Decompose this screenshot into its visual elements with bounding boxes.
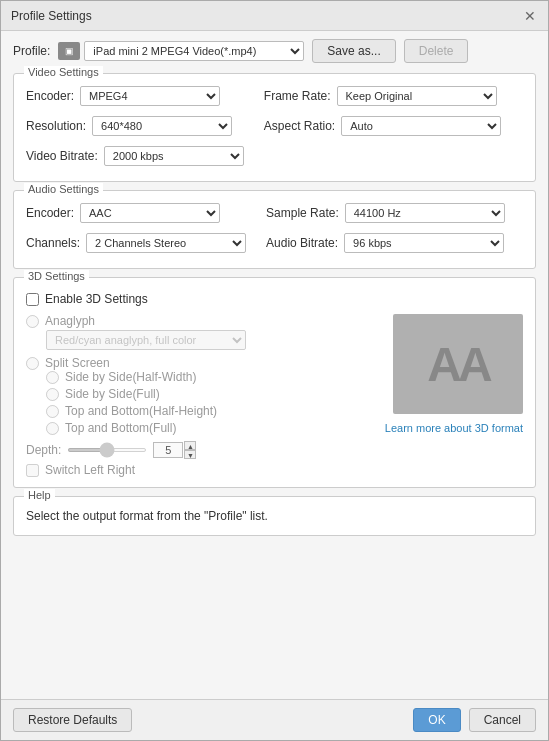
- depth-spinner: ▲ ▼: [184, 441, 196, 459]
- split-screen-radio[interactable]: [26, 357, 39, 370]
- video-settings-section: Video Settings Encoder: MPEG4 Resolution…: [13, 73, 536, 182]
- frame-rate-dropdown[interactable]: Keep Original: [337, 86, 497, 106]
- resolution-row: Resolution: 640*480: [26, 116, 244, 136]
- top-half-label: Top and Bottom(Half-Height): [65, 404, 217, 418]
- audio-bitrate-dropdown[interactable]: 96 kbps: [344, 233, 504, 253]
- audio-settings-title: Audio Settings: [24, 183, 103, 195]
- depth-row: Depth: ▲ ▼: [26, 441, 373, 459]
- dialog: Profile Settings ✕ Profile: ▣ iPad mini …: [0, 0, 549, 741]
- aspect-ratio-row: Aspect Ratio: Auto: [264, 116, 501, 136]
- top-full-radio[interactable]: [46, 422, 59, 435]
- learn-more-link[interactable]: Learn more about 3D format: [385, 422, 523, 434]
- frame-rate-row: Frame Rate: Keep Original: [264, 86, 501, 106]
- three-d-left: Anaglyph Red/cyan anaglyph, full color S…: [26, 314, 373, 477]
- close-button[interactable]: ✕: [522, 8, 538, 24]
- switch-left-right-row: Switch Left Right: [26, 463, 373, 477]
- profile-dropdown[interactable]: iPad mini 2 MPEG4 Video(*.mp4): [84, 41, 304, 61]
- audio-settings-section: Audio Settings Encoder: AAC Channels:: [13, 190, 536, 269]
- video-bitrate-label: Video Bitrate:: [26, 149, 98, 163]
- enable-3d-label[interactable]: Enable 3D Settings: [45, 292, 148, 306]
- ok-button[interactable]: OK: [413, 708, 460, 732]
- audio-bitrate-label: Audio Bitrate:: [266, 236, 338, 250]
- video-right-col: Frame Rate: Keep Original Aspect Ratio: …: [264, 86, 501, 171]
- audio-bitrate-row: Audio Bitrate: 96 kbps: [266, 233, 505, 253]
- resolution-label: Resolution:: [26, 119, 86, 133]
- profile-icon: ▣: [58, 42, 80, 60]
- split-screen-label: Split Screen: [45, 356, 110, 370]
- depth-slider[interactable]: [67, 448, 147, 452]
- side-half-radio[interactable]: [46, 371, 59, 384]
- video-settings-body: Encoder: MPEG4 Resolution: 640*480: [26, 86, 523, 171]
- video-bitrate-dropdown[interactable]: 2000 kbps: [104, 146, 244, 166]
- channels-dropdown[interactable]: 2 Channels Stereo: [86, 233, 246, 253]
- side-full-label: Side by Side(Full): [65, 387, 160, 401]
- help-body: Select the output format from the "Profi…: [14, 501, 535, 535]
- audio-encoder-label: Encoder:: [26, 206, 74, 220]
- title-bar: Profile Settings ✕: [1, 1, 548, 31]
- preview-text: AA: [427, 337, 488, 392]
- audio-settings-body: Encoder: AAC Channels: 2 Channels Stereo: [26, 203, 523, 258]
- anaglyph-select-wrap: Red/cyan anaglyph, full color: [46, 330, 373, 350]
- anaglyph-radio[interactable]: [26, 315, 39, 328]
- video-two-col: Encoder: MPEG4 Resolution: 640*480: [26, 86, 523, 171]
- audio-right-col: Sample Rate: 44100 Hz Audio Bitrate: 96 …: [266, 203, 505, 258]
- audio-two-col: Encoder: AAC Channels: 2 Channels Stereo: [26, 203, 523, 258]
- encoder-dropdown[interactable]: MPEG4: [80, 86, 220, 106]
- aspect-ratio-dropdown[interactable]: Auto: [341, 116, 501, 136]
- help-section: Help Select the output format from the "…: [13, 496, 536, 536]
- profile-row: Profile: ▣ iPad mini 2 MPEG4 Video(*.mp4…: [13, 39, 536, 63]
- footer-right: OK Cancel: [413, 708, 536, 732]
- enable-3d-checkbox[interactable]: [26, 293, 39, 306]
- audio-left-col: Encoder: AAC Channels: 2 Channels Stereo: [26, 203, 246, 258]
- depth-label: Depth:: [26, 443, 61, 457]
- anaglyph-label: Anaglyph: [45, 314, 95, 328]
- profile-label: Profile:: [13, 44, 50, 58]
- three-d-section: 3D Settings Enable 3D Settings Anaglyph: [13, 277, 536, 488]
- audio-encoder-row: Encoder: AAC: [26, 203, 246, 223]
- depth-number-wrap: ▲ ▼: [153, 441, 196, 459]
- video-settings-title: Video Settings: [24, 66, 103, 78]
- encoder-label: Encoder:: [26, 89, 74, 103]
- channels-row: Channels: 2 Channels Stereo: [26, 233, 246, 253]
- video-bitrate-row: Video Bitrate: 2000 kbps: [26, 146, 244, 166]
- three-d-content: Anaglyph Red/cyan anaglyph, full color S…: [26, 314, 523, 477]
- sample-rate-dropdown[interactable]: 44100 Hz: [345, 203, 505, 223]
- profile-select-wrap: ▣ iPad mini 2 MPEG4 Video(*.mp4): [58, 41, 304, 61]
- aspect-ratio-label: Aspect Ratio:: [264, 119, 335, 133]
- side-full-row: Side by Side(Full): [46, 387, 373, 401]
- resolution-dropdown[interactable]: 640*480: [92, 116, 232, 136]
- dialog-title: Profile Settings: [11, 9, 92, 23]
- frame-rate-label: Frame Rate:: [264, 89, 331, 103]
- main-content: Profile: ▣ iPad mini 2 MPEG4 Video(*.mp4…: [1, 31, 548, 699]
- restore-defaults-button[interactable]: Restore Defaults: [13, 708, 132, 732]
- three-d-body: Enable 3D Settings Anaglyph Red/cyan ana…: [14, 282, 535, 487]
- depth-up-button[interactable]: ▲: [184, 441, 196, 450]
- depth-down-button[interactable]: ▼: [184, 450, 196, 459]
- switch-left-right-checkbox[interactable]: [26, 464, 39, 477]
- split-screen-radio-row: Split Screen: [26, 356, 373, 370]
- channels-label: Channels:: [26, 236, 80, 250]
- side-half-label: Side by Side(Half-Width): [65, 370, 196, 384]
- delete-button[interactable]: Delete: [404, 39, 469, 63]
- enable-3d-row: Enable 3D Settings: [26, 292, 523, 306]
- help-text: Select the output format from the "Profi…: [26, 509, 268, 523]
- video-left-col: Encoder: MPEG4 Resolution: 640*480: [26, 86, 244, 171]
- preview-column: AA Learn more about 3D format: [385, 314, 523, 477]
- cancel-button[interactable]: Cancel: [469, 708, 536, 732]
- side-full-radio[interactable]: [46, 388, 59, 401]
- anaglyph-radio-row: Anaglyph: [26, 314, 373, 328]
- switch-left-right-label: Switch Left Right: [45, 463, 135, 477]
- encoder-row: Encoder: MPEG4: [26, 86, 244, 106]
- footer: Restore Defaults OK Cancel: [1, 699, 548, 740]
- top-half-radio[interactable]: [46, 405, 59, 418]
- side-half-row: Side by Side(Half-Width): [46, 370, 373, 384]
- sample-rate-label: Sample Rate:: [266, 206, 339, 220]
- depth-input[interactable]: [153, 442, 183, 458]
- anaglyph-dropdown[interactable]: Red/cyan anaglyph, full color: [46, 330, 246, 350]
- audio-encoder-dropdown[interactable]: AAC: [80, 203, 220, 223]
- help-title: Help: [24, 489, 55, 501]
- top-full-label: Top and Bottom(Full): [65, 421, 176, 435]
- save-as-button[interactable]: Save as...: [312, 39, 395, 63]
- sample-rate-row: Sample Rate: 44100 Hz: [266, 203, 505, 223]
- sub-radio-group: Side by Side(Half-Width) Side by Side(Fu…: [46, 370, 373, 435]
